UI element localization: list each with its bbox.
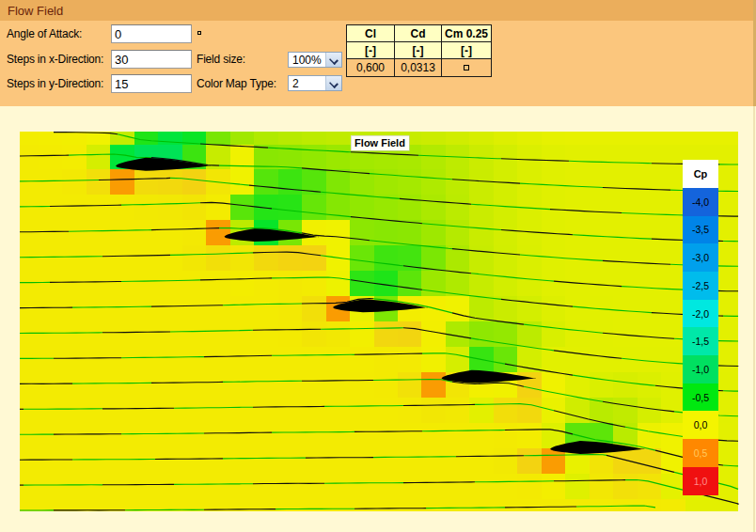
svg-text:0,5: 0,5: [694, 447, 708, 459]
svg-text:1,0: 1,0: [694, 476, 708, 487]
svg-text:-2,0: -2,0: [692, 308, 709, 320]
svg-text:Cp: Cp: [694, 168, 708, 180]
svg-text:-3,0: -3,0: [692, 252, 709, 263]
svg-text:-1,0: -1,0: [692, 364, 709, 375]
svg-text:-4,0: -4,0: [692, 196, 709, 208]
svg-text:0,0: 0,0: [694, 419, 708, 430]
svg-text:-3,5: -3,5: [692, 224, 709, 235]
svg-text:-2,5: -2,5: [692, 280, 709, 291]
svg-text:Flow Field: Flow Field: [354, 137, 405, 149]
svg-text:-0,5: -0,5: [692, 392, 709, 403]
svg-text:-1,5: -1,5: [692, 336, 709, 347]
